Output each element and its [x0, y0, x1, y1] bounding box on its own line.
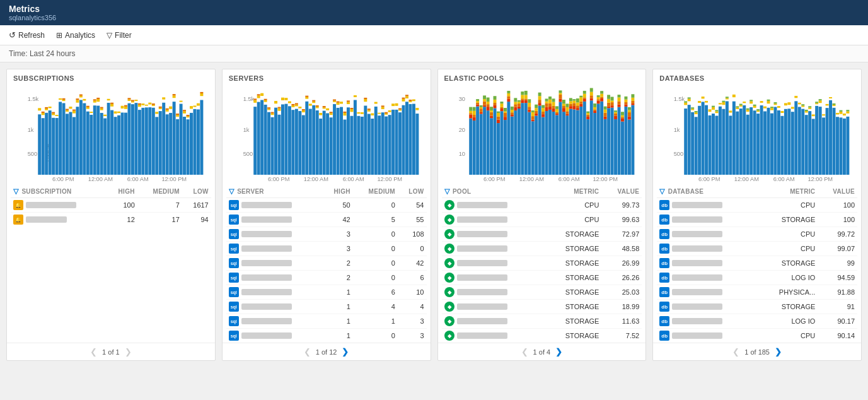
svg-rect-17 [49, 107, 52, 108]
pool-prev-button[interactable]: ❮ [520, 347, 529, 356]
svg-rect-325 [507, 91, 510, 93]
svg-rect-23 [59, 102, 62, 175]
svg-rect-314 [500, 103, 503, 107]
svg-rect-606 [808, 106, 811, 107]
svg-rect-280 [476, 99, 479, 101]
svg-rect-599 [802, 105, 805, 107]
svg-rect-471 [610, 108, 613, 175]
svg-rect-530 [705, 101, 708, 103]
svg-rect-282 [479, 112, 482, 114]
svg-rect-405 [562, 100, 565, 103]
table-row: db CPU 99.07 [657, 242, 857, 256]
svg-rect-179 [309, 103, 312, 105]
svg-rect-616 [822, 114, 825, 115]
svg-rect-348 [524, 98, 527, 100]
svg-rect-291 [486, 110, 489, 175]
db-next-button[interactable]: ❯ [773, 347, 783, 356]
svg-rect-422 [576, 108, 579, 110]
svg-rect-523 [695, 112, 698, 114]
filter-button[interactable]: ▽ Filter [107, 31, 132, 40]
svg-rect-527 [702, 102, 705, 175]
svg-rect-24 [59, 98, 62, 100]
svg-rect-150 [270, 117, 274, 175]
svg-rect-56 [100, 109, 103, 110]
svg-rect-124 [197, 109, 200, 175]
svg-rect-501 [631, 105, 634, 175]
svg-rect-301 [493, 108, 496, 174]
svg-rect-98 [159, 107, 162, 108]
svg-rect-195 [329, 112, 332, 113]
svg-rect-270 [469, 107, 472, 111]
svg-rect-598 [802, 109, 805, 175]
svg-rect-515 [684, 101, 687, 102]
svg-rect-266 [469, 119, 472, 175]
svg-rect-242 [395, 103, 398, 106]
svg-rect-617 [826, 108, 829, 175]
svg-rect-193 [329, 117, 332, 175]
svg-rect-564 [749, 100, 753, 101]
sub-prev-button[interactable]: ❮ [89, 347, 98, 356]
svg-rect-188 [322, 111, 325, 175]
svg-rect-140 [257, 95, 260, 98]
svg-rect-244 [398, 110, 402, 111]
svg-rect-117 [187, 119, 190, 175]
svg-rect-495 [624, 97, 627, 100]
svg-rect-50 [93, 101, 96, 103]
svg-rect-95 [155, 112, 158, 114]
svg-rect-555 [739, 105, 743, 107]
svg-rect-482 [617, 105, 620, 107]
pool-next-button[interactable]: ❯ [554, 347, 564, 356]
srv-prev-button[interactable]: ❮ [303, 347, 312, 356]
svg-rect-601 [805, 115, 808, 175]
svg-rect-396 [558, 102, 562, 175]
databases-table: ▽ DATABASE METRIC VALUE db CPU 100 db ST… [653, 185, 861, 343]
svg-rect-553 [736, 106, 739, 107]
table-row: sql 50 0 54 [226, 198, 427, 213]
subscriptions-chart: 1.5k 1k 500 Usage // Generated by JS bel… [7, 85, 215, 185]
svg-rect-286 [483, 107, 486, 175]
svg-rect-587 [781, 111, 784, 113]
svg-text:12:00 AM: 12:00 AM [88, 175, 113, 182]
svg-rect-578 [770, 114, 773, 175]
svg-rect-34 [72, 111, 76, 114]
svg-rect-198 [333, 100, 336, 101]
analytics-button[interactable]: ⊞ Analytics [56, 31, 95, 40]
table-row: sql 2 0 6 [226, 271, 427, 285]
svg-rect-118 [187, 116, 190, 117]
svg-rect-350 [524, 91, 527, 95]
svg-rect-338 [517, 103, 520, 107]
svg-rect-536 [715, 115, 719, 175]
svg-rect-187 [319, 113, 322, 115]
svg-rect-45 [86, 107, 90, 109]
svg-rect-199 [336, 108, 339, 175]
svg-rect-525 [698, 106, 701, 175]
svg-rect-461 [603, 119, 606, 175]
elastic-pools-chart-svg: 30 20 10 6:00 PM 12:00 AM 6:00 AM 12:00 … [444, 87, 640, 183]
svg-rect-178 [309, 109, 312, 174]
sub-next-button[interactable]: ❯ [124, 347, 133, 356]
table-row: sql 1 1 3 [226, 314, 427, 329]
svg-rect-194 [329, 113, 332, 115]
svg-rect-40 [79, 96, 83, 98]
svg-rect-221 [364, 98, 367, 99]
svg-rect-246 [402, 105, 405, 175]
svg-rect-391 [555, 115, 558, 174]
analytics-icon: ⊞ [56, 31, 62, 40]
svg-rect-182 [312, 100, 315, 102]
svg-rect-469 [607, 99, 610, 103]
svg-rect-217 [361, 117, 364, 175]
db-prev-button[interactable]: ❮ [731, 347, 741, 356]
refresh-button[interactable]: ↺ Refresh [9, 30, 45, 40]
svg-rect-610 [815, 103, 818, 104]
svg-text:6:00 AM: 6:00 AM [342, 175, 364, 182]
srv-next-button[interactable]: ❯ [340, 347, 350, 356]
svg-rect-111 [176, 114, 179, 115]
svg-rect-467 [607, 106, 610, 108]
svg-rect-222 [367, 114, 371, 175]
svg-rect-521 [691, 107, 694, 109]
svg-rect-276 [476, 107, 479, 175]
svg-rect-160 [284, 104, 287, 175]
svg-rect-366 [538, 105, 541, 174]
svg-rect-15 [45, 107, 48, 109]
svg-rect-435 [582, 91, 586, 94]
